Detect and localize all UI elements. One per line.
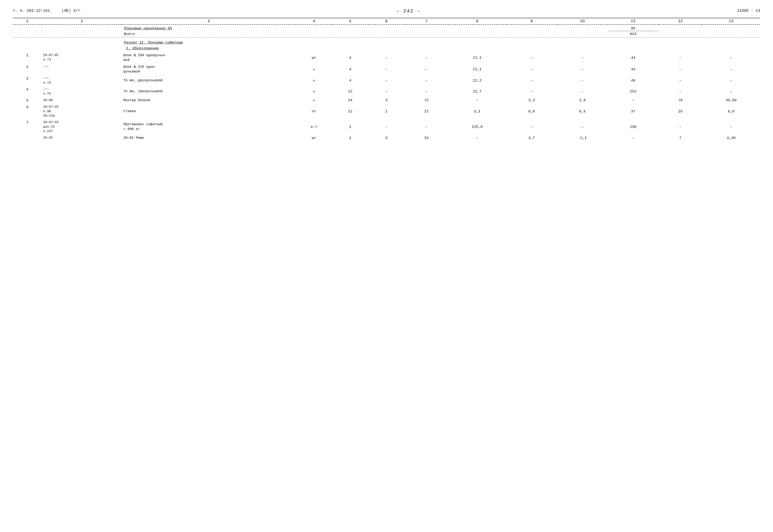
col-header-9: 9 <box>506 18 557 24</box>
row-col5: I2 <box>332 104 368 119</box>
row-code: 29–07–OIп.9829–I34 <box>42 104 122 119</box>
row-col9: – <box>506 86 557 97</box>
vsego-row: Всего 624 <box>13 31 760 38</box>
col-header-3: 3 <box>122 18 296 24</box>
table-row: 2 –ⁿ– Блок ф 2IO одно-ручьевой » 4 – –. … <box>13 63 760 75</box>
row-col11: 49 <box>608 75 659 86</box>
row-num <box>13 135 42 141</box>
data-table: I 29–07–OIп.73 Блок ф I90 одноручье-вой … <box>13 52 760 141</box>
col-header-8: 8 <box>448 18 506 24</box>
planovye-value: 95 <box>608 24 659 31</box>
row-col11: – <box>608 135 659 141</box>
row-col12: – <box>658 119 702 135</box>
row-col8: II,I <box>448 52 506 63</box>
row-col7: IO <box>405 135 448 141</box>
row-col11: – <box>608 97 659 104</box>
row-code: –ⁿ–п.75 <box>42 86 122 97</box>
row-desc: Блок ф 2IO одно-ручьевой <box>122 63 296 75</box>
row-desc: То же, двухручьевой <box>122 75 296 86</box>
row-col12: – <box>658 63 702 75</box>
table-row: 4 –ⁿ–п.75 То же, трехручьевой » I2 – – I… <box>13 86 760 97</box>
row-num: 5 <box>13 97 42 104</box>
document-number: т. п. 262–12–151 <box>13 9 50 13</box>
row-col4: шт <box>296 52 332 63</box>
row-col10: –. <box>557 119 608 135</box>
header-right: 14395 · 13 <box>737 9 760 13</box>
table-row: 3 –ⁿ–п.74 То же, двухручьевой » 4 – – I2… <box>13 75 760 86</box>
row-col9: 3,7 <box>506 135 557 141</box>
col-header-4: 4 <box>296 18 332 24</box>
row-col7: I2 <box>405 104 448 119</box>
row-num: 6 <box>13 104 42 119</box>
row-code: 29–07–OIп.73 <box>42 52 122 63</box>
row-col10: ·2,I <box>557 135 608 141</box>
row-col6: 5 <box>368 135 405 141</box>
row-col4: » <box>296 75 332 86</box>
planovye-row: Плановые накопления 6% 95 <box>13 24 760 31</box>
row-col12: 7 <box>658 135 702 141</box>
row-col11: 44 <box>608 63 659 75</box>
row-col9: – <box>506 63 557 75</box>
row-num: 3 <box>13 75 42 86</box>
header-left: т. п. 262–12–151 (ЛЕ) 4// <box>13 9 80 13</box>
col-header-5: 5 <box>332 18 368 24</box>
row-col8: – <box>448 97 506 104</box>
row-col5: 4 <box>332 75 368 86</box>
row-col13: – <box>702 119 760 135</box>
row-col13: – <box>702 75 760 86</box>
row-num: I <box>13 52 42 63</box>
row-desc: То же, трехручьевой <box>122 86 296 97</box>
row-col9: 0,8 <box>506 104 557 119</box>
row-col5: 4 <box>332 52 368 63</box>
oborudovanie-row: I. Оборудование <box>13 45 760 51</box>
row-col5: 2 <box>332 119 368 135</box>
vsego-label: Всего <box>124 32 135 36</box>
row-col10: I,9 <box>557 97 608 104</box>
row-col13: 45,60 <box>702 97 760 104</box>
row-code: 29–8I <box>42 135 122 141</box>
header-center: – 242 – <box>396 9 421 14</box>
row-col9: – <box>506 52 557 63</box>
row-num: 2 <box>13 63 42 75</box>
row-col7: 72 <box>405 97 448 104</box>
row-col13: 6,0 <box>702 104 760 119</box>
row-col8: II,I <box>448 63 506 75</box>
row-col10: – <box>557 86 608 97</box>
row-col10: 0,5 <box>557 104 608 119</box>
table-row: 7 29–07–OIдоп.I5п.237 Противовес софитны… <box>13 119 760 135</box>
row-col7: –. <box>405 63 448 75</box>
row-code: 29–68 <box>42 97 122 104</box>
row-col4: » <box>296 86 332 97</box>
planovye-label: Плановые накопления 6% <box>124 26 172 30</box>
row-col6: – <box>368 63 405 75</box>
col-header-2: 2 <box>42 18 122 24</box>
row-col8: I2,2 <box>448 75 506 86</box>
row-code: 29–07–OIдоп.I5п.237 <box>42 119 122 135</box>
row-col12: 79 <box>658 97 702 104</box>
row-col11: 250 <box>608 119 659 135</box>
row-desc: Противовес софитный= 600 кг <box>122 119 296 135</box>
row-col13: 4,20 <box>702 135 760 141</box>
row-col12: – <box>658 75 702 86</box>
row-num: 4 <box>13 86 42 97</box>
row-col13: – <box>702 52 760 63</box>
row-col4: » <box>296 97 332 104</box>
vsego-value: 624 <box>608 31 659 38</box>
col-header-6: 6 <box>368 18 405 24</box>
row-col7: – <box>405 86 448 97</box>
page-header: т. п. 262–12–151 (ЛЕ) 4// – 242 – 14395 … <box>13 9 760 14</box>
row-col13: – <box>702 63 760 75</box>
row-col5: 24 <box>332 97 368 104</box>
table-row: 6 29–07–OIп.9829–I34 Стяжки пт I2 I I2 3… <box>13 104 760 119</box>
row-col9: – <box>506 75 557 86</box>
row-num: 7 <box>13 119 42 135</box>
row-col8: – <box>448 135 506 141</box>
row-col12: – <box>658 52 702 63</box>
row-col8: I25,0 <box>448 119 506 135</box>
row-col4: пт <box>296 104 332 119</box>
main-table: I 2 3 4 5 6 7 8 9 IO II I2 I3 Плановые н… <box>13 18 760 51</box>
table-row: 29–8I 29–8I Рамн шт 2 5 IO – 3,7 ·2,I – … <box>13 135 760 141</box>
row-col8: 3,I <box>448 104 506 119</box>
row-col7: – <box>405 75 448 86</box>
row-col9: – <box>506 119 557 135</box>
